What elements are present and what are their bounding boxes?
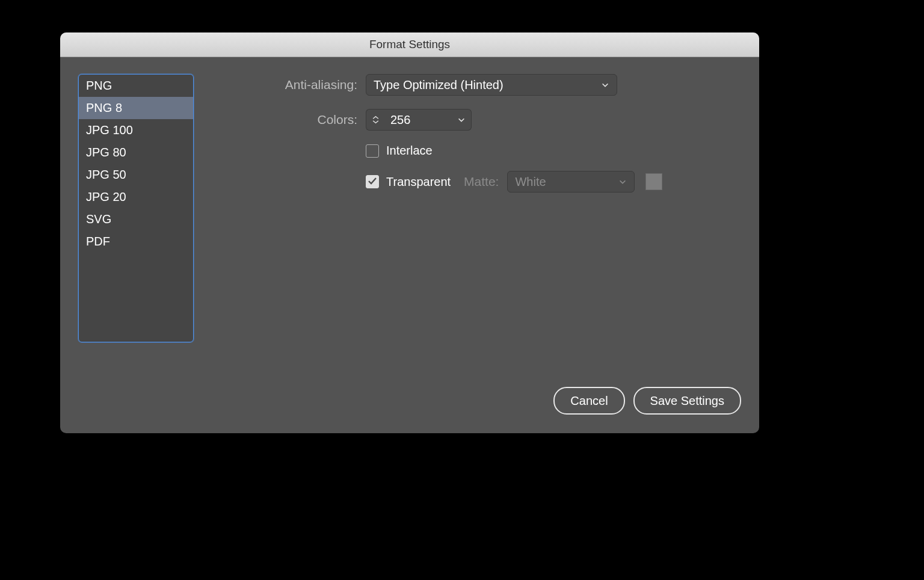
dialog-title: Format Settings	[369, 38, 450, 51]
transparent-label: Transparent	[386, 175, 451, 189]
antialias-value: Type Optimized (Hinted)	[374, 78, 504, 92]
colors-label: Colors:	[208, 113, 366, 127]
format-item-jpg80[interactable]: JPG 80	[79, 141, 193, 164]
interlace-label: Interlace	[386, 144, 433, 158]
format-item-svg[interactable]: SVG	[79, 208, 193, 230]
chevron-down-icon	[601, 78, 609, 92]
transparent-checkbox[interactable]	[366, 175, 379, 188]
format-listbox[interactable]: PNG PNG 8 JPG 100 JPG 80 JPG 50 JPG 20 S…	[78, 74, 194, 342]
antialias-label: Anti-aliasing:	[208, 78, 366, 92]
colors-dropdown[interactable]	[452, 109, 472, 131]
interlace-checkbox[interactable]	[366, 144, 379, 158]
format-item-png8[interactable]: PNG 8	[79, 97, 193, 119]
dialog-footer: Cancel Save Settings	[60, 387, 759, 433]
titlebar: Format Settings	[60, 32, 759, 57]
matte-color-swatch[interactable]	[645, 173, 662, 190]
format-item-jpg20[interactable]: JPG 20	[79, 186, 193, 208]
settings-form: Anti-aliasing: Type Optimized (Hinted) C…	[194, 74, 741, 375]
format-item-pdf[interactable]: PDF	[79, 230, 193, 253]
chevron-down-icon	[618, 175, 627, 189]
matte-value: White	[515, 175, 546, 189]
antialias-select[interactable]: Type Optimized (Hinted)	[366, 74, 617, 96]
colors-value: 256	[390, 113, 410, 127]
format-settings-dialog: Format Settings PNG PNG 8 JPG 100 JPG 80…	[60, 32, 759, 433]
format-item-png[interactable]: PNG	[79, 75, 193, 97]
colors-input[interactable]: 256	[384, 109, 452, 131]
format-item-jpg100[interactable]: JPG 100	[79, 119, 193, 141]
chevron-down-icon	[457, 113, 466, 127]
matte-select[interactable]: White	[507, 171, 635, 193]
colors-stepper[interactable]	[366, 109, 384, 131]
matte-label: Matte:	[464, 174, 499, 189]
cancel-button[interactable]: Cancel	[553, 387, 624, 415]
save-settings-button[interactable]: Save Settings	[633, 387, 741, 415]
format-item-jpg50[interactable]: JPG 50	[79, 164, 193, 186]
chevron-up-icon	[372, 116, 379, 120]
chevron-down-icon	[372, 120, 379, 124]
